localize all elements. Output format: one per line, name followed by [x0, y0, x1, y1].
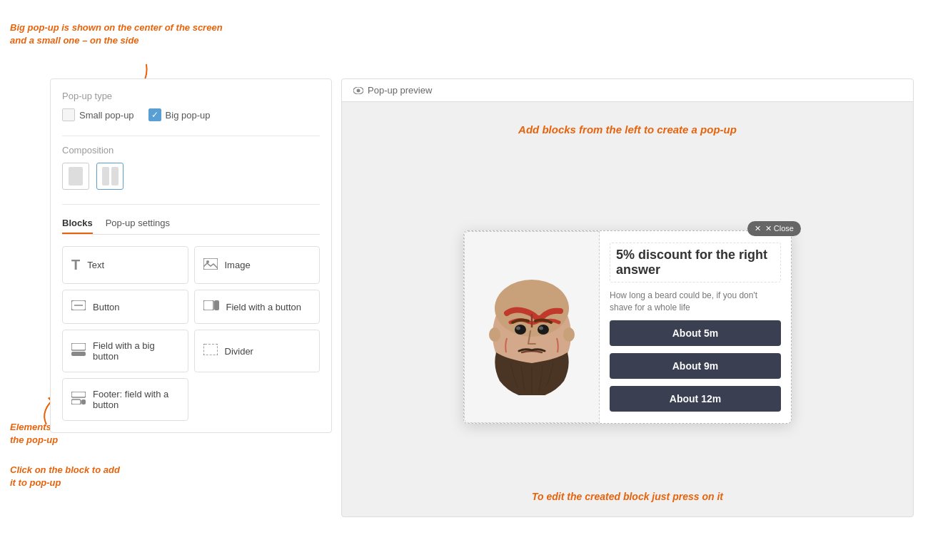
- small-popup-option[interactable]: Small pop-up: [62, 108, 134, 121]
- svg-rect-11: [81, 399, 86, 404]
- svg-point-18: [515, 325, 526, 335]
- svg-rect-4: [203, 300, 213, 310]
- block-footer-field-button[interactable]: Footer: field with a button: [62, 378, 188, 421]
- single-column-option[interactable]: [62, 163, 89, 190]
- preview-header: Pop-up preview: [342, 79, 913, 102]
- preview-hint: Add blocks from the left to create a pop…: [518, 123, 737, 136]
- tabs-row: Blocks Pop-up settings: [62, 213, 320, 235]
- tab-blocks[interactable]: Blocks: [62, 213, 93, 234]
- button-block-icon: [71, 300, 86, 313]
- svg-rect-7: [71, 352, 86, 356]
- text-block-icon: T: [71, 257, 80, 273]
- block-divider-label: Divider: [225, 346, 253, 357]
- popup-card: ✕ ✕ Close: [463, 230, 792, 424]
- annotation-click: Click on the block to addit to pop-up: [10, 464, 120, 489]
- block-field-button-label: Field with a button: [226, 302, 302, 312]
- svg-rect-6: [71, 343, 86, 350]
- kratos-image: [475, 260, 589, 395]
- popup-subtitle: How long a beard could be, if you don't …: [610, 290, 781, 314]
- block-text-label: Text: [87, 260, 104, 270]
- close-x-icon: ✕: [755, 224, 761, 233]
- svg-rect-10: [71, 399, 81, 404]
- popup-right-content: 5% discount for the right answer How lon…: [600, 231, 791, 424]
- small-popup-checkbox[interactable]: [62, 108, 75, 121]
- svg-point-21: [539, 326, 543, 330]
- popup-button-2[interactable]: About 9m: [610, 353, 781, 379]
- block-divider[interactable]: Divider: [194, 330, 321, 372]
- field-big-button-block-icon: [71, 343, 86, 359]
- block-image-label: Image: [225, 260, 251, 270]
- preview-label: Pop-up preview: [368, 85, 432, 96]
- popup-image-area: [464, 231, 600, 424]
- popup-button-3[interactable]: About 12m: [610, 386, 781, 412]
- composition-options: [62, 163, 320, 190]
- svg-point-19: [538, 325, 549, 335]
- small-popup-label: Small pop-up: [79, 110, 134, 121]
- svg-point-23: [563, 327, 575, 342]
- svg-point-13: [357, 88, 360, 92]
- svg-rect-8: [203, 344, 218, 355]
- popup-type-label: Pop-up type: [62, 91, 320, 101]
- popup-close-button[interactable]: ✕ ✕ Close: [747, 221, 801, 236]
- svg-rect-9: [71, 392, 86, 397]
- left-panel: Pop-up type Small pop-up ✓ Big pop-up Co…: [50, 78, 332, 433]
- eye-icon: [353, 87, 363, 94]
- divider-block-icon: [203, 344, 218, 358]
- close-label: ✕ Close: [765, 224, 794, 233]
- blocks-grid: T Text Image Button: [62, 246, 320, 372]
- block-field-button[interactable]: Field with a button: [194, 290, 321, 324]
- single-column-icon: [69, 167, 83, 185]
- big-popup-option[interactable]: ✓ Big pop-up: [148, 108, 211, 121]
- divider-2: [62, 204, 320, 205]
- preview-content-area: Add blocks from the left to create a pop…: [342, 102, 913, 516]
- footer-block-icon: [71, 392, 86, 407]
- block-button[interactable]: Button: [62, 290, 188, 324]
- footer-block-label: Footer: field with a button: [93, 389, 179, 410]
- right-panel: Pop-up preview Add blocks from the left …: [341, 78, 914, 517]
- block-field-big-button[interactable]: Field with a big button: [62, 330, 188, 372]
- popup-type-row: Small pop-up ✓ Big pop-up: [62, 108, 320, 121]
- double-column-option[interactable]: [96, 163, 123, 190]
- image-block-icon: [203, 258, 218, 273]
- big-popup-checkbox[interactable]: ✓: [148, 108, 161, 121]
- block-button-label: Button: [93, 302, 120, 312]
- composition-label: Composition: [62, 145, 320, 156]
- tab-popup-settings[interactable]: Pop-up settings: [106, 213, 170, 234]
- svg-rect-5: [214, 300, 219, 310]
- popup-title: 5% discount for the right answer: [610, 243, 781, 282]
- popup-button-1[interactable]: About 5m: [610, 320, 781, 346]
- svg-point-22: [489, 327, 500, 342]
- svg-point-20: [516, 326, 520, 330]
- double-column-icon: [102, 167, 118, 185]
- divider-1: [62, 136, 320, 136]
- bottom-hint: To edit the created block just press on …: [532, 491, 723, 502]
- block-text[interactable]: T Text: [62, 246, 188, 284]
- block-field-big-button-label: Field with a big button: [93, 340, 179, 362]
- field-button-block-icon: [203, 300, 219, 313]
- block-image[interactable]: Image: [194, 246, 321, 284]
- big-popup-label: Big pop-up: [166, 110, 211, 121]
- annotation-top: Big pop-up is shown on the center of the…: [10, 21, 223, 47]
